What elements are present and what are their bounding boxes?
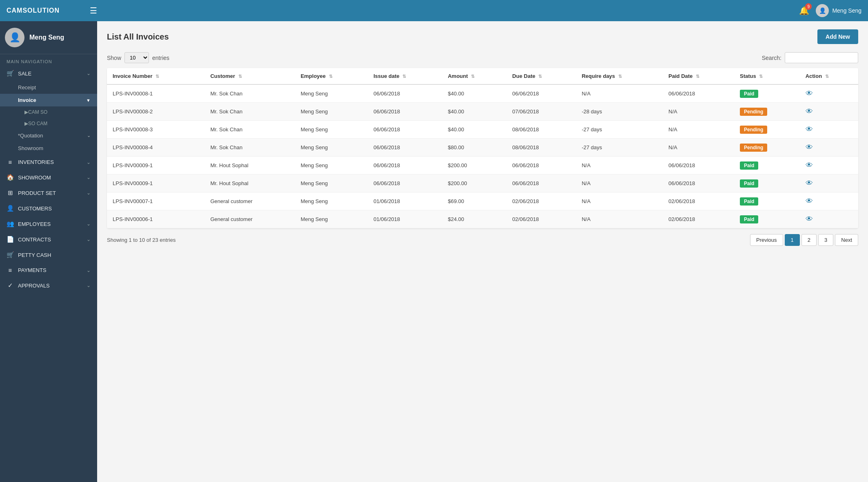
sidebar-item-contracts[interactable]: 📄 CONTRACTS ⌄ bbox=[0, 232, 97, 247]
sidebar-item-employees[interactable]: 👥 EMPLOYEES ⌄ bbox=[0, 216, 97, 232]
cell-customer: General customer bbox=[204, 210, 295, 228]
cell-due-date: 06/06/2018 bbox=[506, 175, 576, 192]
add-new-button[interactable]: Add New bbox=[817, 29, 858, 44]
cell-due-date: 02/06/2018 bbox=[506, 192, 576, 210]
cell-invoice-number: LPS-INV00006-1 bbox=[107, 210, 204, 228]
sidebar-item-petty-cash[interactable]: 🛒 PETTY CASH bbox=[0, 247, 97, 263]
status-badge: Paid bbox=[740, 90, 758, 98]
col-employee[interactable]: Employee ⇅ bbox=[295, 68, 368, 84]
nav-right-icons: 🔔 9 👤 Meng Seng bbox=[799, 4, 861, 17]
table-row: LPS-INV00009-1 Mr. Hout Sophal Meng Seng… bbox=[107, 175, 858, 192]
view-action-icon[interactable]: 👁 bbox=[806, 197, 813, 205]
table-body: LPS-INV00008-1 Mr. Sok Chan Meng Seng 06… bbox=[107, 84, 858, 228]
view-action-icon[interactable]: 👁 bbox=[806, 143, 813, 151]
sidebar-item-inventories[interactable]: ≡ INVENTORIES ⌄ bbox=[0, 155, 97, 170]
cell-paid-date: N/A bbox=[663, 139, 734, 157]
view-action-icon[interactable]: 👁 bbox=[806, 179, 813, 187]
col-due-date[interactable]: Due Date ⇅ bbox=[506, 68, 576, 84]
col-require-days[interactable]: Require days ⇅ bbox=[576, 68, 663, 84]
so-cam-label: SO CAM bbox=[28, 121, 47, 126]
search-input[interactable] bbox=[785, 52, 858, 63]
col-customer[interactable]: Customer ⇅ bbox=[204, 68, 295, 84]
sort-action-icon: ⇅ bbox=[825, 74, 829, 79]
sort-due-date-icon: ⇅ bbox=[538, 74, 542, 79]
cell-customer: Mr. Sok Chan bbox=[204, 139, 295, 157]
sidebar-user-profile: 👤 Meng Seng bbox=[0, 21, 97, 54]
cell-status: Pending bbox=[734, 121, 800, 139]
sale-icon: 🛒 bbox=[7, 70, 14, 77]
approvals-chevron-icon: ⌄ bbox=[87, 283, 91, 288]
contracts-label: CONTRACTS bbox=[18, 237, 51, 243]
sidebar-item-payments[interactable]: ≡ PAYMENTS ⌄ bbox=[0, 263, 97, 278]
contracts-icon: 📄 bbox=[7, 236, 14, 243]
show-entries-control: Show 10 25 50 100 entries bbox=[107, 52, 169, 63]
sidebar-item-cam-so[interactable]: ▶ CAM SO bbox=[0, 106, 97, 118]
sidebar-item-invoice[interactable]: Invoice ▼ bbox=[0, 94, 97, 106]
cell-action: 👁 bbox=[800, 84, 858, 103]
col-status[interactable]: Status ⇅ bbox=[734, 68, 800, 84]
cell-paid-date: N/A bbox=[663, 103, 734, 121]
showroom-icon: 🏠 bbox=[7, 174, 14, 181]
sidebar-username: Meng Seng bbox=[29, 34, 64, 41]
page-btn-1[interactable]: 1 bbox=[785, 234, 800, 246]
view-action-icon[interactable]: 👁 bbox=[806, 215, 813, 223]
entries-select[interactable]: 10 25 50 100 bbox=[124, 52, 149, 63]
next-button[interactable]: Next bbox=[835, 234, 858, 246]
sort-status-icon: ⇅ bbox=[759, 74, 763, 79]
invoice-label: Invoice bbox=[18, 97, 36, 103]
cell-amount: $40.00 bbox=[442, 103, 506, 121]
cell-customer: Mr. Sok Chan bbox=[204, 121, 295, 139]
col-invoice-number[interactable]: Invoice Number ⇅ bbox=[107, 68, 204, 84]
view-action-icon[interactable]: 👁 bbox=[806, 89, 813, 97]
cell-amount: $24.00 bbox=[442, 210, 506, 228]
main-content: List All Invoices Add New Show 10 25 50 … bbox=[97, 21, 868, 482]
previous-button[interactable]: Previous bbox=[750, 234, 783, 246]
sidebar-item-showroom-sub[interactable]: Showroom bbox=[0, 142, 97, 155]
sort-issue-date-icon: ⇅ bbox=[402, 74, 406, 79]
cell-issue-date: 06/06/2018 bbox=[368, 175, 442, 192]
approvals-icon: ✓ bbox=[7, 282, 14, 289]
sidebar-avatar: 👤 bbox=[5, 28, 24, 47]
sidebar-item-receipt[interactable]: Receipt bbox=[0, 81, 97, 94]
sidebar-item-showroom[interactable]: 🏠 SHOWROOM ⌄ bbox=[0, 170, 97, 185]
sidebar-item-product-set[interactable]: ⊞ PRODUCT SET ⌄ bbox=[0, 185, 97, 201]
sidebar-item-approvals[interactable]: ✓ APPROVALS ⌄ bbox=[0, 278, 97, 293]
cell-status: Pending bbox=[734, 139, 800, 157]
cell-issue-date: 01/06/2018 bbox=[368, 210, 442, 228]
cell-require-days: N/A bbox=[576, 192, 663, 210]
col-amount[interactable]: Amount ⇅ bbox=[442, 68, 506, 84]
page-btn-2[interactable]: 2 bbox=[801, 234, 817, 246]
cell-require-days: N/A bbox=[576, 157, 663, 175]
approvals-label: APPROVALS bbox=[18, 283, 50, 289]
sort-employee-icon: ⇅ bbox=[329, 74, 333, 79]
showroom-chevron-icon: ⌄ bbox=[87, 175, 91, 180]
status-badge: Paid bbox=[740, 215, 758, 223]
cell-due-date: 08/06/2018 bbox=[506, 139, 576, 157]
quotation-chevron: ⌄ bbox=[87, 133, 91, 138]
cell-employee: Meng Seng bbox=[295, 192, 368, 210]
sidebar-item-so-cam[interactable]: ▶ SO CAM bbox=[0, 118, 97, 129]
cell-due-date: 07/06/2018 bbox=[506, 103, 576, 121]
cell-amount: $80.00 bbox=[442, 139, 506, 157]
col-issue-date[interactable]: Issue date ⇅ bbox=[368, 68, 442, 84]
cell-employee: Meng Seng bbox=[295, 103, 368, 121]
view-action-icon[interactable]: 👁 bbox=[806, 161, 813, 169]
sidebar-item-customers[interactable]: 👤 CUSTOMERS bbox=[0, 201, 97, 216]
cell-due-date: 02/06/2018 bbox=[506, 210, 576, 228]
sidebar-item-quotation[interactable]: *Quotation ⌄ bbox=[0, 129, 97, 142]
view-action-icon[interactable]: 👁 bbox=[806, 107, 813, 115]
cell-amount: $200.00 bbox=[442, 157, 506, 175]
col-action: Action ⇅ bbox=[800, 68, 858, 84]
entries-label: entries bbox=[152, 55, 169, 61]
user-menu[interactable]: 👤 Meng Seng bbox=[816, 4, 861, 17]
page-btn-3[interactable]: 3 bbox=[818, 234, 833, 246]
product-set-chevron-icon: ⌄ bbox=[87, 190, 91, 196]
invoice-chevron: ▼ bbox=[86, 98, 91, 103]
col-paid-date[interactable]: Paid Date ⇅ bbox=[663, 68, 734, 84]
sidebar-item-sale[interactable]: 🛒 SALE ⌄ bbox=[0, 66, 97, 81]
inventories-chevron-icon: ⌄ bbox=[87, 159, 91, 165]
cell-require-days: -27 days bbox=[576, 139, 663, 157]
view-action-icon[interactable]: 👁 bbox=[806, 125, 813, 133]
hamburger-menu[interactable]: ☰ bbox=[90, 6, 799, 15]
notification-bell[interactable]: 🔔 9 bbox=[799, 6, 809, 15]
